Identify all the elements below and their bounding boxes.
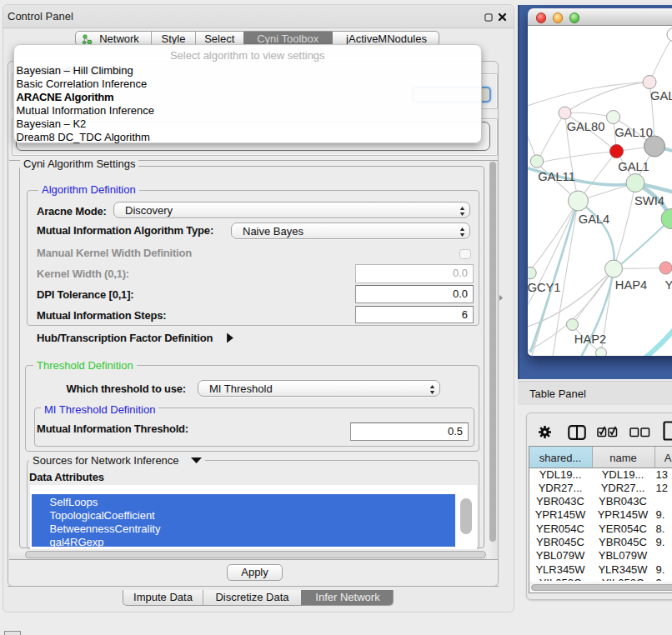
svg-text:GAL11: GAL11 bbox=[538, 170, 575, 183]
svg-text:GCY1: GCY1 bbox=[528, 280, 561, 293]
svg-text:SWI4: SWI4 bbox=[634, 193, 664, 207]
svg-text:GAL10: GAL10 bbox=[614, 125, 653, 138]
svg-text:HAP4: HAP4 bbox=[614, 278, 646, 292]
svg-text:GAL4: GAL4 bbox=[578, 212, 609, 225]
svg-text:Y: Y bbox=[664, 278, 672, 291]
svg-text:GAL80: GAL80 bbox=[566, 119, 604, 132]
svg-text:GAL7: GAL7 bbox=[650, 88, 672, 102]
svg-text:HAP2: HAP2 bbox=[574, 332, 605, 346]
svg-text:GAL1: GAL1 bbox=[618, 159, 649, 172]
